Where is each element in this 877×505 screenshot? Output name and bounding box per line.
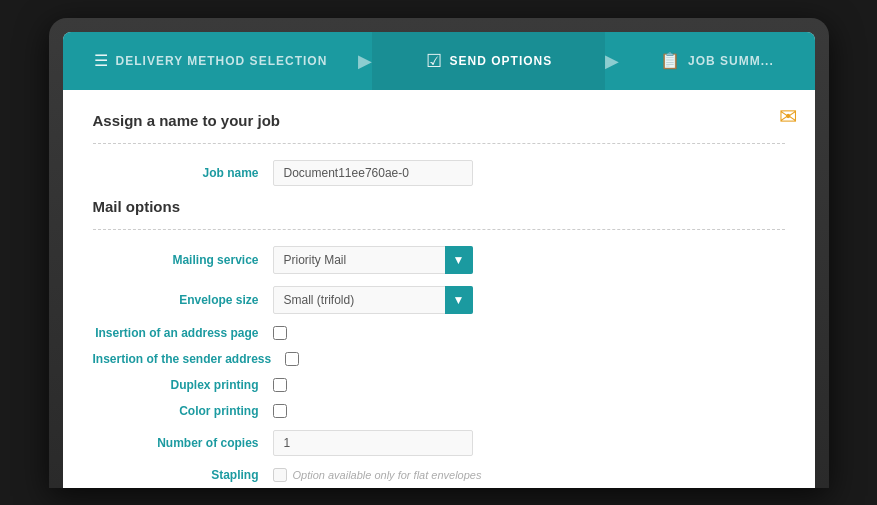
- stapling-checkbox[interactable]: [273, 468, 287, 482]
- assign-name-title: Assign a name to your job: [93, 112, 785, 129]
- mailing-service-label: Mailing service: [93, 253, 273, 267]
- delivery-icon: ☰: [94, 51, 108, 70]
- mail-divider: [93, 229, 785, 230]
- insertion-address-label: Insertion of an address page: [93, 326, 273, 340]
- envelope-size-row: Envelope size Small (trifold) Large (fla…: [93, 286, 785, 314]
- job-name-input[interactable]: [273, 160, 473, 186]
- stapling-row: Stapling Option available only for flat …: [93, 468, 785, 482]
- arrow-2: ▶: [605, 50, 619, 72]
- duplex-row: Duplex printing: [93, 378, 785, 392]
- envelope-size-select[interactable]: Small (trifold) Large (flat): [273, 286, 473, 314]
- stapling-label: Stapling: [93, 468, 273, 482]
- assign-divider: [93, 143, 785, 144]
- insertion-sender-checkbox[interactable]: [285, 352, 299, 366]
- envelope-size-wrapper: Small (trifold) Large (flat) ▼: [273, 286, 473, 314]
- main-content: ✉ Assign a name to your job Job name Mai…: [63, 90, 815, 488]
- send-label: SEND OPTIONS: [450, 54, 553, 68]
- arrow-1: ▶: [358, 50, 372, 72]
- insertion-address-row: Insertion of an address page: [93, 326, 785, 340]
- nav-step-send[interactable]: ☑ SEND OPTIONS: [372, 32, 605, 90]
- duplex-label: Duplex printing: [93, 378, 273, 392]
- mailing-service-select[interactable]: Priority Mail First Class Mail Standard …: [273, 246, 473, 274]
- mail-options-section: Mail options Mailing service Priority Ma…: [93, 198, 785, 482]
- summary-label: JOB SUMM...: [688, 54, 774, 68]
- insertion-address-checkbox[interactable]: [273, 326, 287, 340]
- color-checkbox[interactable]: [273, 404, 287, 418]
- insertion-sender-row: Insertion of the sender address: [93, 352, 785, 366]
- duplex-checkbox[interactable]: [273, 378, 287, 392]
- stapling-note: Option available only for flat envelopes: [293, 469, 482, 481]
- copies-input[interactable]: [273, 430, 473, 456]
- mailing-service-row: Mailing service Priority Mail First Clas…: [93, 246, 785, 274]
- screen-bezel: ☰ DELIVERY METHOD SELECTION ▶ ☑ SEND OPT…: [63, 32, 815, 488]
- nav-step-delivery[interactable]: ☰ DELIVERY METHOD SELECTION: [63, 32, 359, 90]
- delivery-label: DELIVERY METHOD SELECTION: [116, 54, 328, 68]
- job-name-label: Job name: [93, 166, 273, 180]
- laptop-frame: ☰ DELIVERY METHOD SELECTION ▶ ☑ SEND OPT…: [49, 18, 829, 488]
- copies-label: Number of copies: [93, 436, 273, 450]
- copies-row: Number of copies: [93, 430, 785, 456]
- envelope-icon: ✉: [779, 104, 797, 130]
- color-row: Color printing: [93, 404, 785, 418]
- nav-step-summary[interactable]: 📋 JOB SUMM...: [619, 32, 814, 90]
- mail-options-title: Mail options: [93, 198, 785, 215]
- insertion-sender-label: Insertion of the sender address: [93, 352, 286, 366]
- screen-content: ☰ DELIVERY METHOD SELECTION ▶ ☑ SEND OPT…: [63, 32, 815, 488]
- send-icon: ☑: [426, 50, 442, 72]
- top-nav: ☰ DELIVERY METHOD SELECTION ▶ ☑ SEND OPT…: [63, 32, 815, 90]
- summary-icon: 📋: [660, 51, 680, 70]
- job-name-row: Job name: [93, 160, 785, 186]
- mailing-service-wrapper: Priority Mail First Class Mail Standard …: [273, 246, 473, 274]
- color-label: Color printing: [93, 404, 273, 418]
- envelope-size-label: Envelope size: [93, 293, 273, 307]
- assign-name-section: Assign a name to your job Job name: [93, 112, 785, 186]
